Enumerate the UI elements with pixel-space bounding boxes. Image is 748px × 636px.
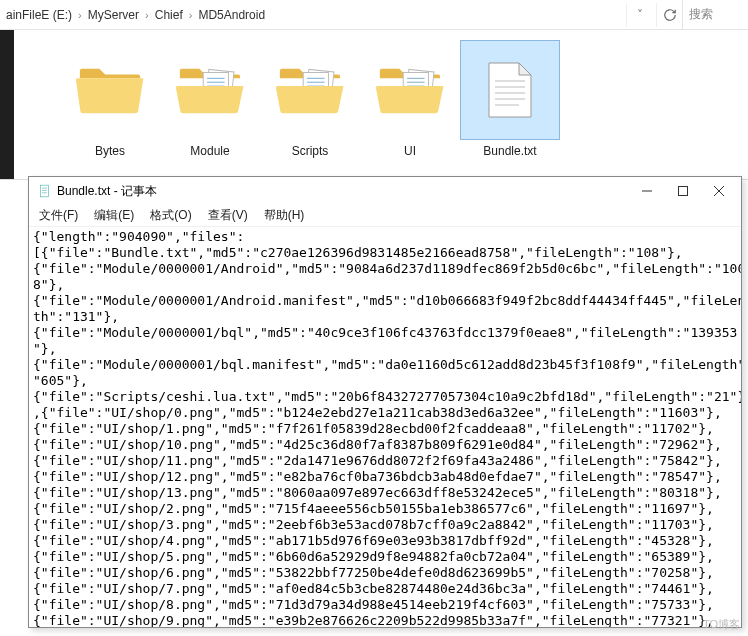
file-label: UI bbox=[360, 140, 460, 158]
breadcrumb-segment[interactable]: MyServer bbox=[88, 8, 139, 22]
file-item[interactable]: Bundle.txt bbox=[460, 40, 560, 179]
explorer-address-bar: ainFileE (E:) › MyServer › Chief › MD5An… bbox=[0, 0, 748, 30]
menu-help[interactable]: 帮助(H) bbox=[256, 207, 313, 224]
chevron-right-icon: › bbox=[72, 9, 88, 21]
notepad-icon bbox=[37, 183, 53, 199]
txtfile-icon bbox=[460, 40, 560, 140]
notepad-window: Bundle.txt - 记事本 文件(F) 编辑(E) 格式(O) 查看(V)… bbox=[28, 176, 742, 628]
file-list: BytesModuleScriptsUIBundle.txt bbox=[0, 30, 748, 180]
menu-edit[interactable]: 编辑(E) bbox=[86, 207, 142, 224]
chevron-right-icon: › bbox=[139, 9, 155, 21]
svg-rect-5 bbox=[679, 187, 688, 196]
notepad-text-area[interactable]: {"length":"904090","files": [{"file":"Bu… bbox=[29, 227, 741, 627]
folder-icon bbox=[360, 40, 460, 140]
file-label: Scripts bbox=[260, 140, 360, 158]
chevron-right-icon: › bbox=[183, 9, 199, 21]
folder-item[interactable]: Bytes bbox=[60, 40, 160, 179]
notepad-titlebar[interactable]: Bundle.txt - 记事本 bbox=[29, 177, 741, 205]
folder-item[interactable]: Module bbox=[160, 40, 260, 179]
file-label: Module bbox=[160, 140, 260, 158]
notepad-menubar: 文件(F) 编辑(E) 格式(O) 查看(V) 帮助(H) bbox=[29, 205, 741, 227]
breadcrumb-segment[interactable]: ainFileE (E:) bbox=[6, 8, 72, 22]
menu-file[interactable]: 文件(F) bbox=[31, 207, 86, 224]
folder-icon bbox=[260, 40, 360, 140]
breadcrumb-segment[interactable]: Chief bbox=[155, 8, 183, 22]
folder-icon bbox=[60, 40, 160, 140]
dropdown-toggle[interactable]: ˅ bbox=[626, 3, 652, 27]
minimize-button[interactable] bbox=[629, 177, 665, 205]
folder-item[interactable]: UI bbox=[360, 40, 460, 179]
breadcrumb-segment[interactable]: MD5Android bbox=[198, 8, 265, 22]
breadcrumb[interactable]: ainFileE (E:) › MyServer › Chief › MD5An… bbox=[6, 8, 622, 22]
file-label: Bytes bbox=[60, 140, 160, 158]
file-label: Bundle.txt bbox=[460, 140, 560, 158]
search-input[interactable]: 搜索 bbox=[682, 0, 742, 29]
notepad-title: Bundle.txt - 记事本 bbox=[57, 183, 157, 200]
maximize-button[interactable] bbox=[665, 177, 701, 205]
watermark: TO博客 bbox=[703, 617, 740, 632]
close-button[interactable] bbox=[701, 177, 737, 205]
refresh-button[interactable] bbox=[656, 3, 682, 27]
menu-view[interactable]: 查看(V) bbox=[200, 207, 256, 224]
svg-rect-0 bbox=[40, 185, 48, 197]
search-placeholder: 搜索 bbox=[689, 6, 713, 23]
menu-format[interactable]: 格式(O) bbox=[142, 207, 199, 224]
folder-item[interactable]: Scripts bbox=[260, 40, 360, 179]
folder-icon bbox=[160, 40, 260, 140]
